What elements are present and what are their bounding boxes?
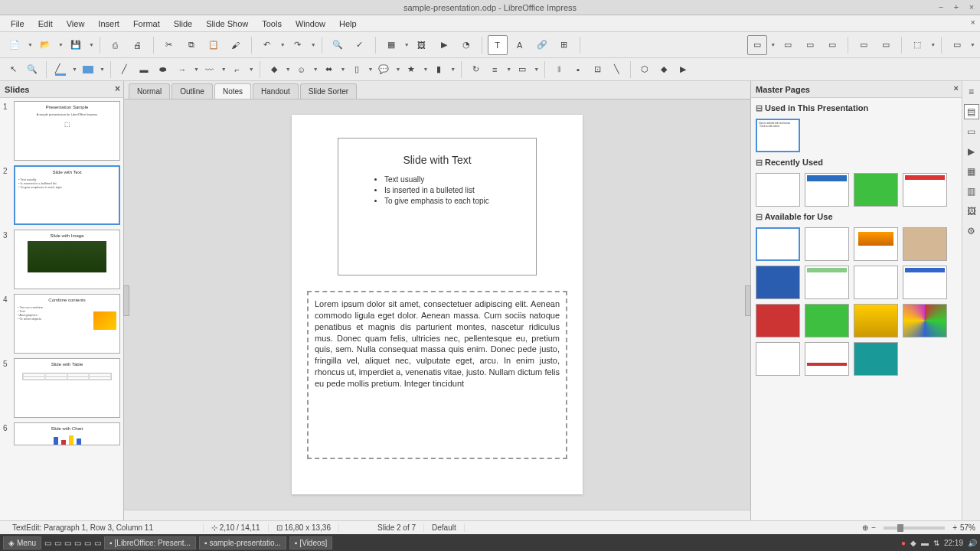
notes-textbox[interactable]: Lorem ipsum dolor sit amet, consectetuer… <box>307 291 567 459</box>
taskbar-browser-icon[interactable]: ▭ <box>74 539 81 547</box>
slide-thumb-6[interactable]: Slide with Chart <box>14 422 120 445</box>
sidebar-animation-icon[interactable]: ▶ <box>964 144 979 159</box>
zoom-pan-icon[interactable]: 🔍 <box>24 61 41 78</box>
master-thumb-avail-6[interactable] <box>805 266 849 299</box>
master-thumb-recent-3[interactable] <box>854 173 898 207</box>
fit-page-icon[interactable]: ⊕ <box>862 523 868 532</box>
clone-format-icon[interactable]: 🖌 <box>226 35 246 55</box>
sidebar-navigator-icon[interactable]: ⚙ <box>964 223 979 239</box>
master-thumb-avail-3[interactable] <box>854 227 898 261</box>
canvas-area[interactable]: Slide with Text Text usually Is inserted… <box>124 99 750 510</box>
3d-objects-icon[interactable]: ▮ <box>430 61 447 78</box>
cut-icon[interactable]: ✂ <box>159 35 179 55</box>
select-icon[interactable]: ↖ <box>5 61 21 78</box>
callout-icon[interactable]: 💬 <box>375 61 392 78</box>
master-thumb-recent-2[interactable] <box>805 173 849 207</box>
slides-list[interactable]: 1 Presentation Sample A simple presentat… <box>0 98 123 520</box>
spellcheck-icon[interactable]: ✓ <box>350 35 370 55</box>
copy-icon[interactable]: ⧉ <box>181 35 201 55</box>
rectangle-icon[interactable]: ▬ <box>136 61 152 78</box>
chart-icon[interactable]: ◔ <box>456 35 476 55</box>
master-thumb-recent-4[interactable] <box>903 173 947 207</box>
curve-icon[interactable]: 〰 <box>201 61 218 78</box>
slide-thumb-2[interactable]: Slide with Text • Text usually • Is inse… <box>14 165 120 225</box>
tab-normal[interactable]: Normal <box>129 83 170 99</box>
ellipse-icon[interactable]: ⬬ <box>155 61 172 78</box>
master-thumb-avail-13[interactable] <box>756 342 800 376</box>
collapse-master-handle[interactable] <box>745 285 751 316</box>
master-thumb-avail-1[interactable] <box>756 227 800 261</box>
tab-outline[interactable]: Outline <box>172 83 213 99</box>
image-icon[interactable]: 🖼 <box>412 35 432 55</box>
grid-icon[interactable]: ⊞ <box>554 35 574 55</box>
find-icon[interactable]: 🔍 <box>328 35 348 55</box>
section-available[interactable]: Available for Use <box>756 210 957 224</box>
hyperlink-icon[interactable]: 🔗 <box>532 35 552 55</box>
master-thumb-avail-10[interactable] <box>805 304 849 337</box>
start-menu-button[interactable]: ◈ Menu <box>3 536 41 549</box>
taskbar-app2-icon[interactable]: ▭ <box>94 539 101 547</box>
layout1-icon[interactable]: ▭ <box>854 35 874 55</box>
open-icon[interactable]: 📂 <box>35 35 55 55</box>
menu-view[interactable]: View <box>60 18 91 30</box>
layout2-icon[interactable]: ▭ <box>876 35 896 55</box>
undo-icon[interactable]: ↶ <box>257 35 277 55</box>
menu-edit[interactable]: Edit <box>32 18 59 30</box>
connector-icon[interactable]: ⌐ <box>229 61 246 78</box>
section-used[interactable]: Used in This Presentation <box>756 101 957 116</box>
zoom-percent[interactable]: 57% <box>960 523 975 532</box>
glue-icon[interactable]: ◆ <box>655 61 672 78</box>
redo-icon[interactable]: ↷ <box>288 35 308 55</box>
media-icon[interactable]: ▶ <box>434 35 454 55</box>
shadow2-icon[interactable]: ▪ <box>570 61 586 78</box>
export-pdf-icon[interactable]: ⎙ <box>106 35 126 55</box>
taskbar-show-desktop-icon[interactable]: ▭ <box>44 539 51 547</box>
menu-help[interactable]: Help <box>333 18 363 30</box>
close-button[interactable]: × <box>966 2 977 12</box>
menu-file[interactable]: File <box>5 18 31 30</box>
display-views-icon[interactable]: ▭ <box>747 35 767 55</box>
start-current-icon[interactable]: ▭ <box>822 35 842 55</box>
fill-color-icon[interactable] <box>80 61 96 78</box>
extrusion-icon[interactable]: ▶ <box>675 61 691 78</box>
horizontal-scrollbar[interactable] <box>124 510 750 520</box>
line-icon[interactable]: ╱ <box>116 61 133 78</box>
slide-thumb-3[interactable]: Slide with Image <box>14 230 120 289</box>
menu-format[interactable]: Format <box>127 18 166 30</box>
sidebar-slide-transition-icon[interactable]: ▭ <box>964 124 979 139</box>
symbol-shapes-icon[interactable]: ☺ <box>293 61 310 78</box>
taskbar-item-sample[interactable]: ▪ sample-presentatio... <box>199 536 286 549</box>
align-icon[interactable]: ≡ <box>486 61 503 78</box>
taskbar-item-videos[interactable]: ▪ [Videos] <box>289 536 333 549</box>
textbox-icon[interactable]: T <box>488 35 508 55</box>
arrow-icon[interactable]: → <box>174 61 191 78</box>
tray-volume-icon[interactable]: 🔊 <box>968 539 977 547</box>
maximize-button[interactable]: + <box>951 2 962 12</box>
slide-thumb-1[interactable]: Presentation Sample A simple presentatio… <box>14 101 120 161</box>
tray-network-icon[interactable]: ⇅ <box>933 539 939 547</box>
basic-shapes-icon[interactable]: ◆ <box>266 61 283 78</box>
tab-handout[interactable]: Handout <box>253 83 299 99</box>
shadow-icon[interactable]: ▭ <box>947 35 967 55</box>
line-color-icon[interactable]: ╱ <box>52 61 69 78</box>
master-thumb-avail-14[interactable] <box>805 342 849 376</box>
start-first-icon[interactable]: ▭ <box>800 35 820 55</box>
close-document-icon[interactable]: × <box>971 18 975 27</box>
points-icon[interactable]: ⬡ <box>636 61 653 78</box>
menu-slide[interactable]: Slide <box>168 18 198 30</box>
section-recent[interactable]: Recently Used <box>756 155 957 170</box>
menu-slideshow[interactable]: Slide Show <box>200 18 254 30</box>
slide-thumb-5[interactable]: Slide with Table <box>14 358 120 418</box>
master-thumb-avail-7[interactable] <box>854 266 898 299</box>
sidebar-styles-icon[interactable]: ▥ <box>964 184 979 199</box>
tray-record-icon[interactable]: ● <box>901 539 906 547</box>
close-master-panel-icon[interactable]: × <box>954 83 959 93</box>
arrange-icon[interactable]: ▭ <box>514 61 531 78</box>
tray-shield-icon[interactable]: ◆ <box>910 539 916 547</box>
filter-icon[interactable]: ╲ <box>608 61 625 78</box>
menu-window[interactable]: Window <box>289 18 332 30</box>
slide-preview[interactable]: Slide with Text Text usually Is inserted… <box>338 138 537 276</box>
new-icon[interactable]: 📄 <box>5 35 24 55</box>
master-thumb-recent-1[interactable] <box>756 173 800 207</box>
vtextbox-icon[interactable]: A <box>510 35 530 55</box>
